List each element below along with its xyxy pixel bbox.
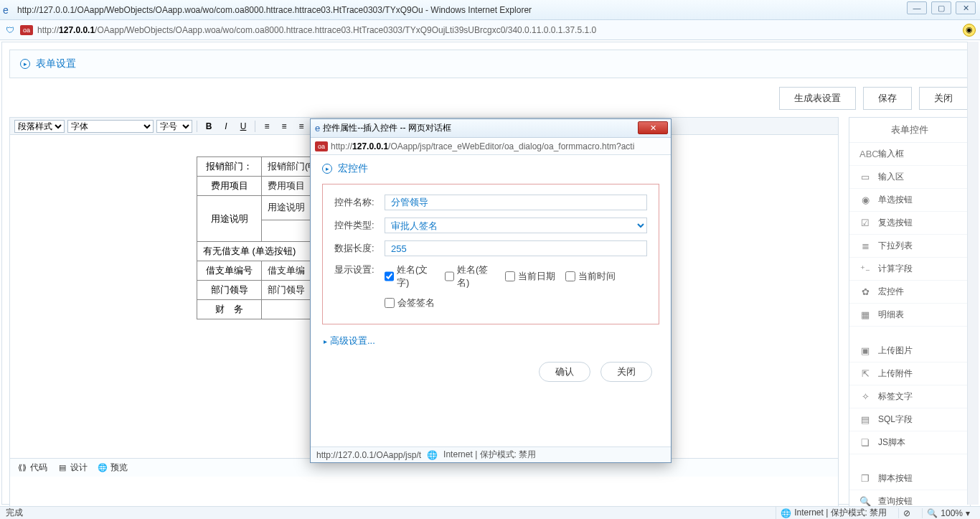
macro-control-dialog: e 控件属性--插入控件 -- 网页对话框 ✕ oa http://127.0.… — [310, 118, 672, 463]
chk-name-sign[interactable]: 姓名(签名) — [445, 263, 495, 289]
ie-icon: e — [315, 123, 320, 134]
dialog-status-zone: Internet | 保护模式: 禁用 — [443, 449, 536, 461]
page-panel-header: ▸ 表单设置 — [9, 50, 971, 78]
window-title: http://127.0.0.1/OAapp/WebObjects/OAapp.… — [17, 5, 977, 15]
palette-item-icon: ◉ — [859, 195, 871, 205]
control-name-input[interactable] — [385, 195, 647, 210]
palette-item-icon: ⇱ — [859, 368, 871, 379]
palette-item-label: 复选按钮 — [878, 217, 913, 229]
palette-item-icon: ⁺₋ — [859, 263, 871, 274]
palette-item[interactable]: ▤SQL字段 — [849, 408, 970, 431]
security-shield-icon[interactable]: 🛡 — [4, 24, 16, 36]
palette-item[interactable]: ❏JS脚本 — [849, 431, 970, 454]
font-size-select[interactable]: 字号 — [156, 120, 192, 133]
chk-name-text[interactable]: 姓名(文字) — [385, 263, 435, 289]
control-palette: 表单控件 ABC输入框▭输入区◉单选按钮☑复选按钮≣下拉列表⁺₋计算字段✿宏控件… — [849, 117, 971, 519]
display-setting-label: 显示设置: — [334, 263, 385, 276]
view-tab-preview[interactable]: 🌐预览 — [98, 462, 128, 474]
para-style-select[interactable]: 段落样式 — [14, 120, 65, 133]
palette-item-icon: ▤ — [859, 414, 871, 425]
window-minimize-button[interactable]: — — [907, 1, 927, 14]
palette-item[interactable]: ≣下拉列表 — [849, 235, 970, 258]
font-select[interactable]: 字体 — [67, 120, 154, 133]
save-button[interactable]: 保存 — [863, 87, 912, 110]
dialog-ok-button[interactable]: 确认 — [539, 362, 590, 382]
ie-icon: e — [3, 4, 14, 16]
vertical-scrollbar[interactable] — [967, 42, 979, 505]
chk-current-time[interactable]: 当前时间 — [565, 270, 616, 283]
advanced-settings-link[interactable]: 高级设置... — [324, 335, 375, 347]
dialog-close-button[interactable]: ✕ — [638, 121, 668, 134]
italic-button[interactable]: I — [219, 120, 233, 133]
status-zone: 🌐Internet | 保护模式: 禁用 — [776, 507, 891, 519]
control-name-label: 控件名称: — [334, 196, 385, 209]
align-left-button[interactable]: ≡ — [260, 120, 274, 133]
palette-item[interactable]: ❐脚本按钮 — [849, 467, 970, 490]
dialog-status-path: http://127.0.0.1/OAapp/jsp/t — [316, 450, 421, 460]
form-label: 费用项目 — [197, 177, 262, 196]
palette-item[interactable]: ✿宏控件 — [849, 281, 970, 304]
control-type-select[interactable]: 审批人签名 — [385, 218, 647, 233]
address-url[interactable]: http://127.0.0.1/OAapp/WebObjects/OAapp.… — [37, 25, 596, 35]
protected-mode-icon[interactable]: ⊘ — [898, 508, 915, 518]
compat-view-button[interactable]: ◉ — [963, 24, 976, 37]
palette-item[interactable]: ⁺₋计算字段 — [849, 258, 970, 281]
dialog-fieldbox: 控件名称: 控件类型: 审批人签名 数据长度: 显示设置: 姓名(文字) — [322, 184, 659, 324]
data-length-label: 数据长度: — [334, 242, 385, 255]
window-maximize-button[interactable]: ▢ — [931, 1, 951, 14]
align-right-button[interactable]: ≡ — [294, 120, 308, 133]
dialog-url[interactable]: http://127.0.0.1/OAapp/jsp/trace_eWebEdi… — [331, 141, 634, 151]
dialog-titlebar[interactable]: e 控件属性--插入控件 -- 网页对话框 ✕ — [311, 119, 671, 138]
palette-item-icon: ❏ — [859, 437, 871, 448]
palette-item[interactable]: ▦明细表 — [849, 304, 970, 327]
palette-item-label: SQL字段 — [878, 413, 913, 426]
zoom-control[interactable]: 🔍 100% ▾ — [922, 508, 974, 518]
form-label: 借支单编号 — [197, 261, 262, 281]
generate-settings-button[interactable]: 生成表设置 — [779, 87, 856, 110]
palette-item-label: 输入区 — [878, 171, 904, 183]
palette-item-label: 上传附件 — [878, 368, 913, 380]
window-titlebar: e http://127.0.0.1/OAapp/WebObjects/OAap… — [0, 0, 980, 20]
palette-item-label: 脚本按钮 — [878, 472, 913, 485]
underline-button[interactable]: U — [236, 120, 250, 133]
palette-title: 表单控件 — [849, 118, 970, 143]
dialog-panel-header: ▸ 宏控件 — [322, 162, 659, 175]
page-title: 表单设置 — [36, 57, 76, 70]
design-icon: ▤ — [57, 463, 67, 473]
palette-item-label: 标签文字 — [878, 391, 913, 403]
palette-item-icon: ≣ — [859, 240, 871, 251]
window-close-button[interactable]: ✕ — [956, 1, 976, 14]
code-icon: ⟪⟫ — [17, 463, 27, 473]
palette-item-label: 下拉列表 — [878, 240, 913, 252]
palette-item[interactable]: ☑复选按钮 — [849, 212, 970, 235]
globe-icon: 🌐 — [781, 508, 791, 518]
view-tab-code[interactable]: ⟪⟫代码 — [17, 462, 47, 474]
palette-item-label: 输入框 — [878, 148, 904, 160]
palette-item[interactable]: ◉单选按钮 — [849, 189, 970, 212]
preview-icon: 🌐 — [98, 463, 108, 473]
palette-item[interactable]: ✧标签文字 — [849, 385, 970, 408]
palette-item-icon: ABC — [859, 149, 871, 159]
form-label: 用途说明 — [197, 196, 262, 242]
close-button[interactable]: 关闭 — [919, 87, 968, 110]
form-label: 财 务 — [197, 300, 262, 319]
chk-countersign[interactable]: 会签签名 — [385, 296, 435, 309]
palette-item-label: 宏控件 — [878, 286, 904, 298]
view-tab-design[interactable]: ▤设计 — [57, 462, 88, 474]
palette-item-icon: ❐ — [859, 473, 871, 484]
chk-current-date[interactable]: 当前日期 — [505, 270, 555, 283]
browser-status-bar: 完成 🌐Internet | 保护模式: 禁用 ⊘ 🔍 100% ▾ — [0, 506, 980, 519]
bold-button[interactable]: B — [202, 120, 216, 133]
dialog-title: 控件属性--插入控件 -- 网页对话框 — [323, 122, 451, 134]
palette-item[interactable]: ▭输入区 — [849, 166, 970, 189]
align-center-button[interactable]: ≡ — [277, 120, 291, 133]
chevron-right-icon: ▸ — [322, 164, 332, 174]
data-length-input[interactable] — [385, 240, 647, 256]
palette-item[interactable]: ⇱上传附件 — [849, 363, 970, 385]
dialog-cancel-button[interactable]: 关闭 — [600, 362, 652, 382]
status-done: 完成 — [6, 507, 23, 519]
form-label: 报销部门： — [197, 157, 262, 177]
palette-item[interactable]: ABC输入框 — [849, 143, 970, 166]
palette-item[interactable]: ▣上传图片 — [849, 340, 970, 363]
palette-item-label: JS脚本 — [878, 436, 905, 449]
